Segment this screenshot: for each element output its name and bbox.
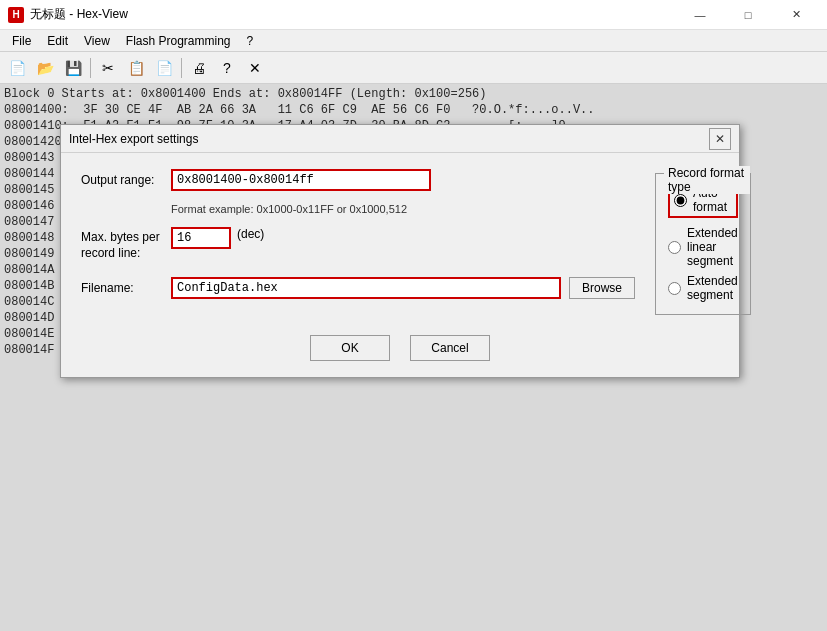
window-close-button[interactable]: ✕ [773, 0, 819, 30]
minimize-button[interactable]: — [677, 0, 723, 30]
menu-view[interactable]: View [76, 32, 118, 50]
extended-label[interactable]: Extended segment [687, 274, 738, 302]
dialog-right: Record format type Auto format Extended … [655, 169, 751, 315]
dialog-close-button[interactable]: ✕ [709, 128, 731, 150]
max-bytes-row: Max. bytes perrecord line: (dec) [81, 227, 635, 261]
dialog-left: Output range: Format example: 0x1000-0x1… [81, 169, 635, 315]
menu-edit[interactable]: Edit [39, 32, 76, 50]
cancel-button[interactable]: Cancel [410, 335, 490, 361]
max-bytes-input[interactable] [171, 227, 231, 249]
menu-flash-programming[interactable]: Flash Programming [118, 32, 239, 50]
format-example: Format example: 0x1000-0x11FF or 0x1000,… [171, 203, 635, 215]
intel-hex-dialog: Intel-Hex export settings ✕ Output range… [60, 124, 740, 378]
toolbar-separator-1 [90, 58, 91, 78]
toolbar-close[interactable]: ✕ [242, 56, 268, 80]
dialog-titlebar: Intel-Hex export settings ✕ [61, 125, 739, 153]
menu-bar: File Edit View Flash Programming ? [0, 30, 827, 52]
extended-row: Extended segment [668, 274, 738, 302]
toolbar-new[interactable]: 📄 [4, 56, 30, 80]
max-bytes-label: Max. bytes perrecord line: [81, 227, 171, 261]
filename-label: Filename: [81, 281, 171, 295]
extended-linear-radio[interactable] [668, 241, 681, 254]
dialog-buttons: OK Cancel [81, 335, 719, 361]
filename-row: Filename: Browse [81, 277, 635, 299]
filename-input[interactable] [171, 277, 561, 299]
toolbar-print[interactable]: 🖨 [186, 56, 212, 80]
title-bar: H 无标题 - Hex-View — □ ✕ [0, 0, 827, 30]
toolbar-help[interactable]: ? [214, 56, 240, 80]
toolbar-copy[interactable]: 📋 [123, 56, 149, 80]
dialog-main: Output range: Format example: 0x1000-0x1… [81, 169, 719, 315]
toolbar-separator-2 [181, 58, 182, 78]
output-range-label: Output range: [81, 173, 171, 187]
extended-radio[interactable] [668, 282, 681, 295]
record-format-legend: Record format type [664, 166, 750, 194]
app-icon: H [8, 7, 24, 23]
browse-button[interactable]: Browse [569, 277, 635, 299]
maximize-button[interactable]: □ [725, 0, 771, 30]
window-controls: — □ ✕ [677, 0, 819, 30]
auto-format-radio[interactable] [674, 194, 687, 207]
toolbar-paste[interactable]: 📄 [151, 56, 177, 80]
record-format-group: Record format type Auto format Extended … [655, 173, 751, 315]
dialog-body: Output range: Format example: 0x1000-0x1… [61, 153, 739, 377]
extended-linear-row: Extended linear segment [668, 226, 738, 268]
toolbar-cut[interactable]: ✂ [95, 56, 121, 80]
window-title: 无标题 - Hex-View [30, 6, 128, 23]
dialog-title: Intel-Hex export settings [69, 132, 709, 146]
ok-button[interactable]: OK [310, 335, 390, 361]
output-range-input[interactable] [171, 169, 431, 191]
extended-linear-label[interactable]: Extended linear segment [687, 226, 738, 268]
toolbar-open[interactable]: 📂 [32, 56, 58, 80]
dec-label: (dec) [237, 227, 264, 241]
toolbar-save[interactable]: 💾 [60, 56, 86, 80]
output-range-row: Output range: [81, 169, 635, 191]
content-area: Block 0 Starts at: 0x8001400 Ends at: 0x… [0, 84, 827, 631]
menu-file[interactable]: File [4, 32, 39, 50]
toolbar: 📄 📂 💾 ✂ 📋 📄 🖨 ? ✕ [0, 52, 827, 84]
menu-help[interactable]: ? [239, 32, 262, 50]
